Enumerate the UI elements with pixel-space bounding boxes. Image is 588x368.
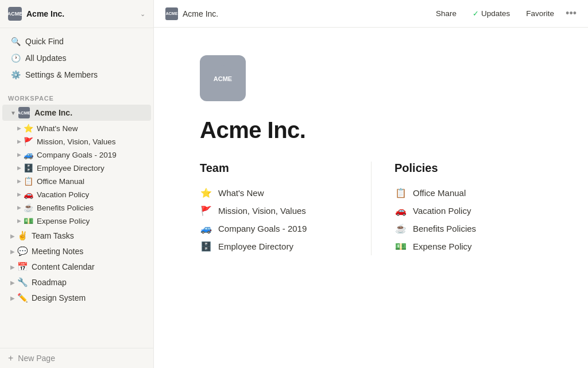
sidebar: ACME Acme Inc. ⌄ 🔍 Quick Find 🕐 All Upda…: [0, 0, 154, 368]
item-label: Employee Directory: [218, 241, 293, 251]
policies-section-title: Policies: [394, 162, 542, 175]
sidebar-item-office-manual[interactable]: ▶ 📋 Office Manual: [2, 175, 151, 187]
item-emoji: 📋: [394, 187, 407, 198]
page-emoji: 🔧: [17, 277, 28, 288]
page-body: ACME Acme Inc. Team ⭐ What's New 🚩 Missi…: [154, 28, 588, 368]
topbar-actions: Share ✓ Updates Favorite •••: [431, 7, 577, 20]
share-button[interactable]: Share: [431, 7, 461, 20]
page-emoji: 🚙: [24, 150, 33, 159]
sidebar-pages-list: ▶ ⭐ What's New ▶ 🚩 Mission, Vision, Valu…: [0, 121, 153, 228]
sidebar-workspace-title: Acme Inc.: [26, 9, 140, 18]
clock-icon: 🕐: [10, 53, 21, 63]
sidebar-item-label: All Updates: [25, 53, 67, 63]
page-emoji: 💵: [24, 216, 33, 225]
sidebar-workspace-item[interactable]: ▼ ACME Acme Inc.: [2, 105, 151, 121]
expand-arrow-icon: ▶: [10, 264, 15, 270]
page-label: What's New: [37, 124, 78, 133]
policies-item-vacation-policy[interactable]: 🚗 Vacation Policy: [394, 202, 542, 220]
team-item-employee-directory[interactable]: 🗄️ Employee Directory: [200, 237, 348, 255]
expand-arrow-icon: ▶: [17, 152, 21, 158]
sidebar-item-settings[interactable]: ⚙️ Settings & Members: [2, 67, 151, 83]
sidebar-item-quick-find[interactable]: 🔍 Quick Find: [2, 33, 151, 49]
new-page-button[interactable]: + New Page: [0, 348, 153, 368]
sidebar-item-content-calendar[interactable]: ▶ 📅 Content Calendar: [2, 259, 151, 274]
sidebar-item-meeting-notes[interactable]: ▶ 💬 Meeting Notes: [2, 244, 151, 259]
sidebar-item-team-tasks[interactable]: ▶ ✌️ Team Tasks: [2, 228, 151, 243]
sidebar-item-design-system[interactable]: ▶ ✏️ Design System: [2, 290, 151, 305]
page-emoji: ⭐: [24, 124, 33, 133]
new-page-label: New Page: [18, 354, 55, 363]
page-emoji: 📅: [17, 262, 28, 272]
topbar: ACME Acme Inc. Share ✓ Updates Favorite …: [154, 0, 588, 28]
item-label: What's New: [218, 188, 264, 198]
page-label: Office Manual: [37, 177, 84, 186]
policies-item-benefits-policies[interactable]: ☕ Benefits Policies: [394, 220, 542, 237]
acme-logo: ACME: [200, 55, 246, 101]
page-emoji: 💬: [17, 246, 28, 256]
expand-arrow-icon: ▶: [17, 125, 21, 131]
search-icon: 🔍: [10, 36, 21, 47]
sidebar-item-mission[interactable]: ▶ 🚩 Mission, Vision, Values: [2, 135, 151, 148]
expand-arrow-icon: ▶: [17, 139, 21, 144]
updates-label: Updates: [481, 9, 510, 18]
policies-item-office-manual[interactable]: 📋 Office Manual: [394, 184, 542, 202]
check-icon: ✓: [473, 9, 479, 18]
page-emoji: 🚩: [24, 137, 33, 146]
item-emoji: 🗄️: [200, 241, 212, 252]
policies-item-expense-policy[interactable]: 💵 Expense Policy: [394, 237, 542, 255]
page-label: Meeting Notes: [32, 247, 83, 256]
sidebar-item-company-goals[interactable]: ▶ 🚙 Company Goals - 2019: [2, 148, 151, 161]
item-emoji: 💵: [394, 241, 407, 252]
more-options-icon[interactable]: •••: [566, 7, 577, 20]
sidebar-item-roadmap[interactable]: ▶ 🔧 Roadmap: [2, 275, 151, 290]
team-item-company-goals[interactable]: 🚙 Company Goals - 2019: [200, 220, 348, 237]
chevron-down-icon: ▼: [10, 110, 16, 116]
svg-text:ACME: ACME: [214, 75, 232, 82]
expand-arrow-icon: ▶: [10, 295, 15, 301]
sidebar-item-whats-new[interactable]: ▶ ⭐ What's New: [2, 122, 151, 135]
page-label: Roadmap: [32, 278, 67, 287]
workspace-item-label: Acme Inc.: [34, 108, 72, 117]
gear-icon: ⚙️: [10, 70, 21, 80]
page-emoji: 🚗: [24, 190, 33, 199]
item-label: Vacation Policy: [413, 206, 471, 216]
sidebar-item-employee-directory[interactable]: ▶ 🗄️ Employee Directory: [2, 162, 151, 174]
team-item-whats-new[interactable]: ⭐ What's New: [200, 184, 348, 202]
team-column: Team ⭐ What's New 🚩 Mission, Vision, Val…: [200, 162, 371, 255]
page-label: Expense Policy: [37, 217, 90, 225]
sidebar-item-all-updates[interactable]: 🕐 All Updates: [2, 50, 151, 66]
sidebar-workspace-header[interactable]: ACME Acme Inc. ⌄: [0, 0, 153, 28]
favorite-button[interactable]: Favorite: [521, 7, 559, 20]
workspace-section-label: WORKSPACE: [0, 88, 153, 104]
two-column-section: Team ⭐ What's New 🚩 Mission, Vision, Val…: [200, 162, 542, 255]
expand-arrow-icon: ▶: [10, 233, 15, 239]
expand-arrow-icon: ▶: [17, 178, 21, 184]
sidebar-top-pages: ▶ ✌️ Team Tasks ▶ 💬 Meeting Notes ▶ 📅 Co…: [0, 228, 153, 306]
item-label: Office Manual: [413, 188, 466, 198]
item-emoji: ⭐: [200, 187, 212, 198]
page-emoji: 🗄️: [24, 163, 33, 172]
plus-icon: +: [8, 353, 13, 363]
page-label: Vacation Policy: [37, 190, 89, 199]
chevron-down-icon: ⌄: [140, 10, 145, 18]
expand-arrow-icon: ▶: [10, 279, 15, 286]
sidebar-item-expense-policy[interactable]: ▶ 💵 Expense Policy: [2, 214, 151, 227]
item-emoji: ☕: [394, 223, 407, 234]
item-label: Expense Policy: [413, 241, 472, 251]
team-item-mission[interactable]: 🚩 Mission, Vision, Values: [200, 202, 348, 220]
sidebar-item-benefits-policies[interactable]: ▶ ☕ Benefits Policies: [2, 201, 151, 214]
page-label: Design System: [32, 293, 86, 302]
main-content: ACME Acme Inc. Share ✓ Updates Favorite …: [154, 0, 588, 368]
acme-logo-svg: ACME: [207, 62, 239, 94]
page-emoji: ✌️: [17, 231, 28, 241]
expand-arrow-icon: ▶: [17, 191, 21, 197]
expand-arrow-icon: ▶: [17, 218, 21, 224]
topbar-title: Acme Inc.: [183, 9, 431, 18]
expand-arrow-icon: ▶: [17, 165, 21, 171]
updates-button[interactable]: ✓ Updates: [468, 7, 514, 20]
sidebar-item-vacation-policy[interactable]: ▶ 🚗 Vacation Policy: [2, 188, 151, 201]
page-label: Content Calendar: [32, 262, 95, 271]
item-emoji: 🚗: [394, 205, 407, 216]
page-emoji: ✏️: [17, 293, 28, 303]
page-emoji: 📋: [24, 177, 33, 186]
